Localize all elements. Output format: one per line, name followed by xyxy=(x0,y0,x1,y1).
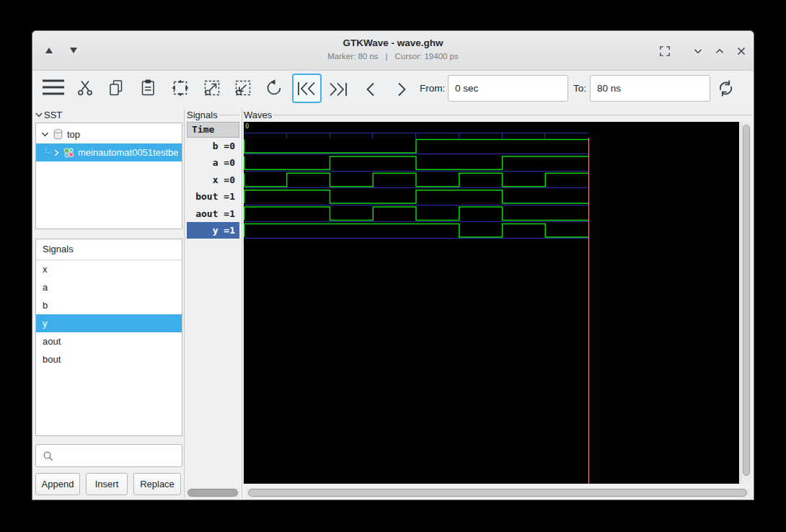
signal-item-b[interactable]: b xyxy=(36,296,182,314)
skip-to-end-icon xyxy=(325,81,348,97)
tree-item-label: top xyxy=(67,129,80,140)
signal-value-row[interactable]: y =1 xyxy=(187,222,239,239)
chevron-up-icon xyxy=(713,45,726,58)
pane-splitter[interactable] xyxy=(242,109,242,498)
signal-value-row[interactable]: x =0 xyxy=(187,172,239,188)
tree-item-testbench[interactable]: meinautomat0051testbe xyxy=(36,143,182,161)
pane-splitter[interactable] xyxy=(184,109,185,498)
waves-frame-label: Waves xyxy=(244,110,272,120)
wave-origin-label: 0 xyxy=(245,123,249,130)
chevron-down-icon xyxy=(692,45,705,58)
expander-chevron-down-icon xyxy=(41,131,49,138)
signal-value-row[interactable]: aout =1 xyxy=(187,205,239,222)
from-input[interactable] xyxy=(448,75,568,102)
chevron-right-icon xyxy=(394,81,410,97)
gtkwave-window: GTKWave - wave.ghw Marker: 80 ns|Cursor:… xyxy=(32,30,754,500)
signal-list-header[interactable]: Signals xyxy=(36,239,182,260)
undo-button[interactable] xyxy=(265,79,283,97)
zoom-to-start-button[interactable] xyxy=(292,74,322,103)
copy-button[interactable] xyxy=(108,79,124,97)
reload-icon xyxy=(716,79,736,98)
database-icon xyxy=(53,129,63,140)
signal-value-row[interactable]: b =0 xyxy=(187,138,239,154)
signal-item-a[interactable]: a xyxy=(36,278,182,296)
window-status: Marker: 80 ns|Cursor: 19400 ps xyxy=(32,52,754,61)
skip-to-start-icon xyxy=(296,81,318,97)
to-input[interactable] xyxy=(590,75,710,102)
expander-chevron-right-icon xyxy=(53,148,60,157)
from-label: From: xyxy=(420,83,445,94)
module-icon xyxy=(63,147,75,159)
chevron-left-icon xyxy=(363,81,379,97)
reload-button[interactable] xyxy=(716,79,736,98)
next-edge-button[interactable] xyxy=(394,81,410,97)
zoom-to-end-button[interactable] xyxy=(325,81,348,97)
to-label: To: xyxy=(573,83,586,94)
append-button[interactable]: Append xyxy=(35,473,80,495)
marker-status: Marker: 80 ns xyxy=(327,52,378,61)
signal-item-x[interactable]: x xyxy=(36,260,182,278)
zoom-out-button[interactable] xyxy=(234,79,252,97)
insert-button[interactable]: Insert xyxy=(86,473,128,495)
wave-vscrollbar-thumb[interactable] xyxy=(743,125,750,476)
minimize-button[interactable] xyxy=(692,45,705,58)
maximize-button[interactable] xyxy=(713,45,726,58)
signal-value-row[interactable]: a =0 xyxy=(187,154,239,171)
zoom-in-button[interactable] xyxy=(203,79,221,97)
tree-item-top[interactable]: top xyxy=(36,125,182,143)
close-button[interactable] xyxy=(735,45,748,58)
signal-item-y[interactable]: y xyxy=(36,314,182,332)
fullscreen-button[interactable] xyxy=(658,45,671,58)
wave-vscrollbar[interactable] xyxy=(741,122,751,484)
signal-search-field[interactable] xyxy=(35,444,182,467)
replace-button[interactable]: Replace xyxy=(133,473,181,495)
search-icon xyxy=(43,451,54,462)
prev-edge-button[interactable] xyxy=(363,81,379,97)
wave-area[interactable]: 0 xyxy=(244,122,739,484)
copy-icon xyxy=(108,79,124,97)
cut-button[interactable] xyxy=(77,79,93,97)
signals-hscrollbar-thumb[interactable] xyxy=(187,489,238,497)
status-separator: | xyxy=(386,52,388,61)
close-icon xyxy=(735,45,748,58)
sst-tree: top meinautomat0051testbe xyxy=(35,123,182,229)
paste-button[interactable] xyxy=(140,79,156,97)
clipboard-icon xyxy=(140,79,156,97)
signals-hscrollbar[interactable] xyxy=(187,488,239,498)
wave-hscrollbar[interactable] xyxy=(246,488,750,498)
menu-button[interactable] xyxy=(41,76,66,98)
wave-hscrollbar-thumb[interactable] xyxy=(248,489,747,497)
signals-frame-label: Signals xyxy=(187,110,218,120)
signal-value-row[interactable]: bout =1 xyxy=(187,188,239,205)
zoom-fit-button[interactable] xyxy=(171,79,190,97)
signal-item-aout[interactable]: aout xyxy=(36,332,182,350)
tree-branch-line xyxy=(45,147,52,159)
titlebar[interactable]: GTKWave - wave.ghw Marker: 80 ns|Cursor:… xyxy=(32,31,754,71)
chevron-down-icon xyxy=(35,112,43,118)
frame-border xyxy=(273,115,751,115)
sst-frame-label[interactable]: SST xyxy=(44,110,62,120)
hamburger-icon xyxy=(41,76,66,98)
wave-canvas[interactable] xyxy=(244,122,739,484)
signal-item-bout[interactable]: bout xyxy=(36,350,182,368)
zoom-out-icon xyxy=(234,79,252,97)
cursor-status: Cursor: 19400 ps xyxy=(395,52,459,61)
zoom-in-icon xyxy=(203,79,221,97)
undo-icon xyxy=(265,79,283,97)
signal-list-panel: Signals x a b y aout bout xyxy=(35,239,182,436)
frame-border xyxy=(219,115,239,115)
time-header[interactable]: Time xyxy=(187,122,239,138)
fullscreen-icon xyxy=(658,45,671,58)
zoom-fit-icon xyxy=(171,79,190,97)
tree-item-label: meinautomat0051testbe xyxy=(78,147,178,158)
window-title: GTKWave - wave.ghw xyxy=(32,37,754,48)
scissors-icon xyxy=(77,79,93,97)
